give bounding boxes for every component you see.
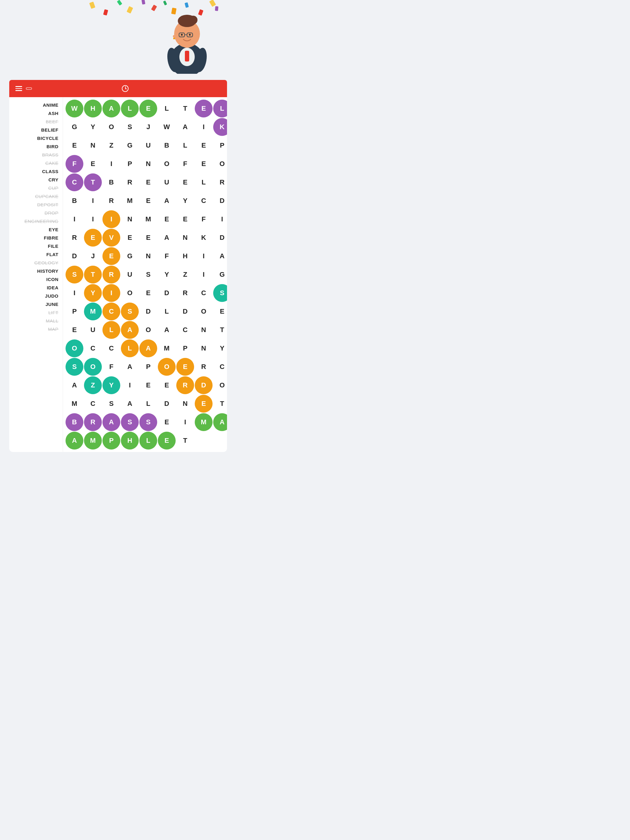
cell-12-6[interactable]: Y (213, 339, 227, 357)
cell-11-1[interactable]: L (103, 321, 120, 339)
cell-6-6[interactable]: V (103, 229, 120, 246)
cell-5-2[interactable]: C (195, 192, 212, 210)
cell-10-5[interactable]: L (158, 303, 176, 321)
cell-14-9[interactable]: A (121, 395, 139, 413)
cell-3-8[interactable]: T (84, 174, 102, 191)
cell-0-4[interactable]: E (139, 99, 157, 117)
cell-8-7[interactable]: Y (158, 266, 176, 284)
cell-5-1[interactable]: Y (176, 192, 194, 210)
cell-6-10[interactable]: N (176, 229, 194, 246)
cell-11-10[interactable]: C (84, 339, 102, 357)
cell-3-3[interactable]: F (176, 155, 194, 173)
cell-3-2[interactable]: O (158, 155, 176, 173)
cell-13-1[interactable]: P (139, 358, 157, 376)
cell-13-4[interactable]: R (195, 358, 212, 376)
cell-11-9[interactable]: O (65, 339, 83, 357)
cell-16-7[interactable]: H (121, 432, 139, 450)
cell-9-2[interactable]: Y (84, 284, 102, 302)
cell-14-2[interactable]: R (176, 376, 194, 394)
menu-button[interactable] (15, 86, 22, 91)
cell-4-8[interactable]: R (103, 192, 120, 210)
cell-1-3[interactable]: J (139, 118, 157, 136)
cell-7-3[interactable]: D (65, 247, 83, 265)
cell-12-0[interactable]: C (103, 339, 120, 357)
cell-1-0[interactable]: Y (84, 118, 102, 136)
cell-2-5[interactable]: E (195, 136, 212, 154)
cell-0-5[interactable]: L (158, 99, 176, 117)
cell-3-10[interactable]: R (121, 174, 139, 191)
cell-11-3[interactable]: O (139, 321, 157, 339)
cell-15-0[interactable]: D (158, 395, 176, 413)
cell-4-4[interactable]: R (213, 174, 227, 191)
cell-8-4[interactable]: R (103, 266, 120, 284)
cell-15-7[interactable]: A (103, 413, 120, 431)
cell-14-10[interactable]: L (139, 395, 157, 413)
cell-8-0[interactable]: A (213, 247, 227, 265)
cell-0-3[interactable]: L (121, 99, 139, 117)
cell-2-6[interactable]: P (213, 136, 227, 154)
cell-5-6[interactable]: I (84, 210, 102, 228)
cell-5-9[interactable]: M (139, 210, 157, 228)
cell-5-10[interactable]: E (158, 210, 176, 228)
cell-9-4[interactable]: O (121, 284, 139, 302)
cell-7-6[interactable]: G (121, 247, 139, 265)
cell-2-0[interactable]: Z (103, 136, 120, 154)
cell-9-9[interactable]: S (213, 284, 227, 302)
cell-7-10[interactable]: I (195, 247, 212, 265)
cell-1-5[interactable]: A (176, 118, 194, 136)
cell-3-1[interactable]: N (139, 155, 157, 173)
cell-13-3[interactable]: E (176, 358, 194, 376)
cell-6-7[interactable]: E (121, 229, 139, 246)
cell-5-5[interactable]: I (65, 210, 83, 228)
cell-14-4[interactable]: O (213, 376, 227, 394)
cell-5-3[interactable]: D (213, 192, 227, 210)
cell-4-3[interactable]: L (195, 174, 212, 191)
cell-4-2[interactable]: E (176, 174, 194, 191)
cell-12-4[interactable]: P (176, 339, 194, 357)
cell-16-2[interactable]: A (213, 413, 227, 431)
cell-13-9[interactable]: Y (103, 376, 120, 394)
cell-7-8[interactable]: F (158, 247, 176, 265)
cell-8-3[interactable]: T (84, 266, 102, 284)
cell-10-10[interactable]: E (65, 321, 83, 339)
cell-9-5[interactable]: E (139, 284, 157, 302)
cell-10-4[interactable]: D (139, 303, 157, 321)
cell-4-6[interactable]: B (65, 192, 83, 210)
cell-10-0[interactable]: P (65, 303, 83, 321)
cell-10-8[interactable]: E (213, 303, 227, 321)
cell-5-8[interactable]: N (121, 210, 139, 228)
cell-13-2[interactable]: O (158, 358, 176, 376)
cell-2-9[interactable]: E (84, 155, 102, 173)
font-size-button[interactable] (26, 87, 32, 90)
cell-11-5[interactable]: C (176, 321, 194, 339)
cell-14-3[interactable]: D (195, 376, 212, 394)
cell-15-9[interactable]: S (139, 413, 157, 431)
cell-10-6[interactable]: D (176, 303, 194, 321)
cell-16-10[interactable]: T (176, 432, 194, 450)
cell-9-1[interactable]: I (65, 284, 83, 302)
cell-14-0[interactable]: E (139, 376, 157, 394)
cell-16-9[interactable]: E (158, 432, 176, 450)
cell-16-4[interactable]: A (65, 432, 83, 450)
cell-16-8[interactable]: L (139, 432, 157, 450)
cell-8-8[interactable]: Z (176, 266, 194, 284)
cell-10-1[interactable]: M (84, 303, 102, 321)
cell-2-3[interactable]: B (158, 136, 176, 154)
cell-6-8[interactable]: E (139, 229, 157, 246)
cell-15-1[interactable]: N (176, 395, 194, 413)
cell-11-6[interactable]: N (195, 321, 212, 339)
cell-0-10[interactable]: G (65, 118, 83, 136)
cell-7-7[interactable]: N (139, 247, 157, 265)
cell-0-8[interactable]: L (213, 99, 227, 117)
cell-14-8[interactable]: S (103, 395, 120, 413)
cell-14-1[interactable]: E (158, 376, 176, 394)
cell-7-1[interactable]: D (213, 229, 227, 246)
cell-2-4[interactable]: L (176, 136, 194, 154)
cell-9-6[interactable]: D (158, 284, 176, 302)
cell-10-3[interactable]: S (121, 303, 139, 321)
cell-0-0[interactable]: W (65, 99, 83, 117)
cell-1-2[interactable]: S (121, 118, 139, 136)
cell-16-0[interactable]: I (176, 413, 194, 431)
cell-11-0[interactable]: U (84, 321, 102, 339)
cell-6-1[interactable]: F (195, 210, 212, 228)
